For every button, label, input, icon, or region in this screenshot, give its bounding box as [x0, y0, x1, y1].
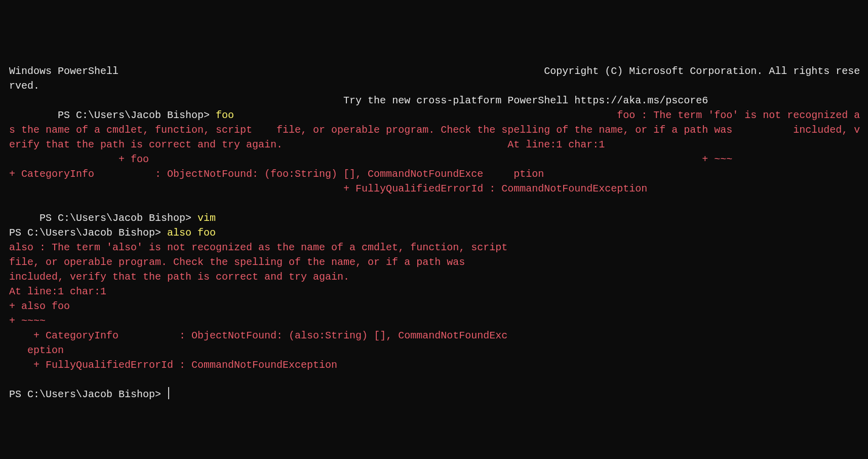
error-3-line: + ~~~~: [9, 315, 46, 327]
banner-line-2: Try the new cross-platform PowerShell ht…: [9, 95, 708, 106]
error-3-line: At line:1 char:1: [9, 286, 106, 297]
error-1-b: + foo + ~~~: [9, 154, 868, 180]
error-1-c: + FullyQualifiedErrorId : CommandNotFoun…: [9, 183, 647, 195]
error-3-line: also : The term 'also' is not recognized…: [9, 242, 507, 253]
prompt-2: PS C:\Users\Jacob Bishop>: [9, 212, 198, 224]
command-1: foo: [216, 109, 234, 121]
error-3-line: file, or operable program. Check the spe…: [9, 256, 465, 268]
terminal-viewport[interactable]: Windows PowerShell Copyright (C) Microso…: [9, 64, 861, 402]
banner-line-1: Windows PowerShell Copyright (C) Microso…: [9, 65, 860, 92]
command-2: vim: [198, 212, 216, 224]
error-3-line: + CategoryInfo : ObjectNotFound: (also:S…: [9, 330, 507, 341]
prompt-1: PS C:\Users\Jacob Bishop>: [9, 109, 216, 121]
error-3-line: + also foo: [9, 300, 70, 312]
error-3-line: eption: [9, 345, 64, 356]
command-3: also foo: [167, 227, 216, 239]
gap-1: [234, 109, 617, 121]
error-3-line: + FullyQualifiedErrorId : CommandNotFoun…: [9, 359, 337, 371]
prompt-3: PS C:\Users\Jacob Bishop>: [9, 227, 167, 239]
cursor-icon: [168, 387, 169, 399]
error-3-line: included, verify that the path is correc…: [9, 271, 349, 283]
prompt-active[interactable]: PS C:\Users\Jacob Bishop>: [9, 389, 167, 400]
